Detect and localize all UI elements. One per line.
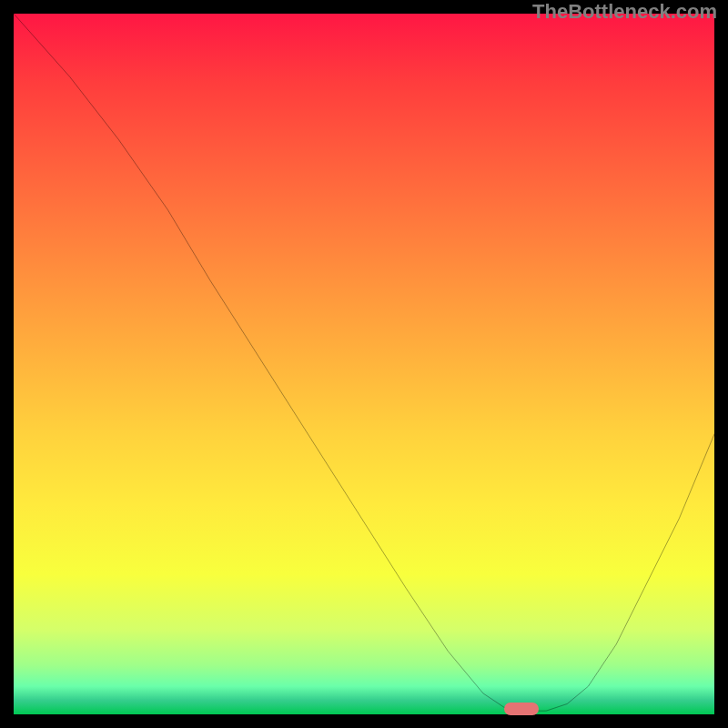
optimal-point-marker xyxy=(504,703,539,715)
bottleneck-curve xyxy=(14,14,714,711)
watermark-text: TheBottleneck.com xyxy=(532,0,717,24)
curve-svg xyxy=(14,14,714,714)
chart-container: TheBottleneck.com xyxy=(0,0,728,728)
plot-area xyxy=(14,14,714,714)
